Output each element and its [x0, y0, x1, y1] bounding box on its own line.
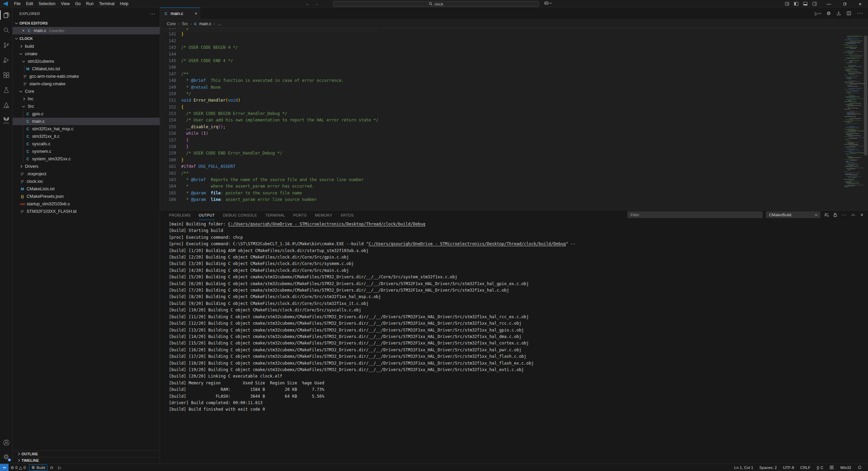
tree-item-system-stm32f1xx-c[interactable]: Csystem_stm32f1xx.c [13, 155, 160, 163]
grid-icon[interactable] [827, 464, 836, 471]
language-mode[interactable]: {} C [814, 464, 825, 471]
copilot-menu[interactable] [544, 1, 551, 5]
output-console[interactable]: [main] Building folder: C:/Users/gsourig… [160, 221, 868, 463]
menu-file[interactable]: File [11, 0, 23, 7]
menu-selection[interactable]: Selection [36, 0, 58, 7]
tree-item-syscalls-c[interactable]: Csyscalls.c [13, 140, 160, 148]
explorer-icon[interactable] [0, 8, 13, 23]
customize-layout-icon[interactable] [785, 1, 790, 6]
tree-item-inc[interactable]: Inc [13, 95, 160, 103]
panel-tab-memory[interactable]: MEMORY [315, 210, 332, 220]
toggle-sidebar-icon[interactable] [794, 1, 799, 6]
tree-item-src[interactable]: Src [13, 103, 160, 110]
sidebar-more-actions-icon[interactable]: ··· [150, 11, 156, 16]
notifications-bell-icon[interactable] [855, 464, 864, 471]
remote-indicator[interactable]: >< [0, 464, 9, 471]
breadcrumb-file[interactable]: main.c [199, 21, 211, 26]
tree-item-stm32cubemx[interactable]: stm32cubemx [13, 58, 160, 65]
encoding-status[interactable]: UTF-8 [781, 464, 796, 471]
indentation-status[interactable]: Spaces: 2 [757, 464, 779, 471]
tree-item-startup-stm32f103xb-s[interactable]: ASMstartup_stm32f103xb.s [13, 200, 160, 208]
breadcrumb-symbol[interactable]: … [217, 21, 221, 26]
tree-item-cmake[interactable]: cmake [13, 50, 160, 58]
settings-gear-icon[interactable]: ⚙ [0, 450, 13, 463]
toggle-panel-icon[interactable] [803, 1, 808, 6]
tree-item-build[interactable]: build [13, 43, 160, 50]
breadcrumb[interactable]: Core › Src › C main.c › … [160, 19, 868, 28]
tree-item-core[interactable]: Core [13, 88, 160, 95]
tree-item-stm32f1xx-hal-msp-c[interactable]: Cstm32f1xx_hal_msp.c [13, 125, 160, 133]
editor-settings-gear-icon[interactable]: ⚙ [826, 11, 831, 16]
minimap[interactable] [847, 36, 864, 188]
stm32-icon[interactable]: STM32 [0, 113, 13, 128]
output-channel-select[interactable]: CMake/Build [766, 211, 820, 218]
tree-item-starm-clang-cmake[interactable]: starm-clang.cmake [13, 80, 160, 88]
cmake-tools-icon[interactable] [0, 98, 13, 113]
run-or-debug-button[interactable]: ▷ [815, 11, 821, 16]
tree-item-cmakepresets-json[interactable]: {}CMakePresets.json [13, 193, 160, 200]
open-editor-item[interactable]: × C main.c Core\Src [13, 27, 160, 34]
menu-edit[interactable]: Edit [23, 0, 36, 7]
accounts-icon[interactable] [0, 435, 13, 450]
more-actions-icon[interactable]: ··· [857, 10, 863, 16]
panel-tab-ports[interactable]: PORTS [293, 210, 306, 220]
menu-go[interactable]: Go [72, 0, 83, 7]
close-window-button[interactable]: × [852, 0, 868, 8]
maximize-button[interactable] [837, 0, 852, 8]
tree-item-gpio-c[interactable]: Cgpio.c [13, 110, 160, 118]
close-panel-icon[interactable]: × [859, 212, 865, 218]
maximize-panel-icon[interactable] [850, 212, 856, 218]
timeline-section[interactable]: TIMELINE [13, 457, 160, 463]
tree-item-main-c[interactable]: Cmain.c [13, 118, 160, 125]
tree-item-cmakelists-txt[interactable]: MCMakeLists.txt [13, 65, 160, 73]
tree-item--mxproject[interactable]: .mxproject [13, 170, 160, 178]
menu-view[interactable]: View [58, 0, 72, 7]
panel-tab-xrtos[interactable]: XRTOS [341, 210, 354, 220]
tab-main-c[interactable]: C main.c × [160, 8, 200, 19]
platform-status[interactable]: Win32 [838, 464, 853, 471]
code-editor[interactable]: 140 }141}142143/* USER CODE BEGIN 4 */14… [160, 28, 868, 210]
run-and-debug-icon[interactable] [0, 53, 13, 68]
output-filter-input[interactable] [627, 211, 763, 218]
tree-item-gcc-arm-none-eabi-cmake[interactable]: gcc-arm-none-eabi.cmake [13, 73, 160, 80]
tree-item-clock-ioc[interactable]: clock.ioc [13, 178, 160, 185]
panel-tab-terminal[interactable]: TERMINAL [265, 210, 285, 220]
lock-scroll-icon[interactable] [833, 212, 838, 218]
tree-item-stm32f1xx-it-c[interactable]: Cstm32f1xx_it.c [13, 133, 160, 140]
output-path-link[interactable]: C:/Users/gsourigh/OneDrive - STMicroelec… [228, 222, 425, 226]
tree-item-sysmem-c[interactable]: Csysmem.c [13, 148, 160, 155]
close-tab-icon[interactable]: × [194, 11, 197, 16]
source-control-icon[interactable] [0, 38, 13, 53]
breadcrumb-core[interactable]: Core [167, 21, 176, 26]
minimize-button[interactable]: — [821, 0, 837, 8]
scrollbar-thumb[interactable] [864, 36, 867, 155]
tree-item-drivers[interactable]: Drivers [13, 163, 160, 170]
menu-run[interactable]: Run [83, 0, 96, 7]
output-path-link[interactable]: C:/Users/gsourigh/OneDrive - STMicroelec… [368, 241, 566, 246]
menu-help[interactable]: Help [117, 0, 131, 7]
install-build-icon[interactable] [836, 11, 841, 16]
eol-status[interactable]: CRLF [798, 464, 812, 471]
breadcrumb-src[interactable]: Src [182, 21, 188, 26]
debug-status-icon[interactable] [47, 464, 56, 471]
split-editor-icon[interactable] [847, 11, 851, 16]
editor-scrollbar[interactable] [863, 28, 868, 210]
panel-more-actions-icon[interactable]: ··· [841, 212, 847, 218]
run-status-icon[interactable]: ▷ [56, 464, 63, 471]
testing-icon[interactable] [0, 83, 13, 98]
tree-item-stm32f103xx-flash-ld[interactable]: STM32F103XX_FLASH.ld [13, 208, 160, 215]
back-arrow-icon[interactable]: ← [306, 1, 310, 6]
clear-output-icon[interactable] [824, 212, 829, 218]
tree-item-cmakelists-txt[interactable]: MCMakeLists.txt [13, 185, 160, 193]
search-sidebar-icon[interactable] [0, 23, 13, 38]
menu-terminal[interactable]: Terminal [96, 0, 117, 7]
outline-section[interactable]: OUTLINE [13, 451, 160, 457]
cursor-position[interactable]: Ln 1, Col 1 [732, 464, 755, 471]
forward-arrow-icon[interactable]: → [315, 1, 319, 6]
panel-tab-debug-console[interactable]: DEBUG CONSOLE [223, 210, 257, 220]
cmake-build-button[interactable]: ⚙ Build [29, 465, 47, 471]
command-center-search[interactable]: clock [333, 1, 539, 7]
toggle-secondary-sidebar-icon[interactable] [812, 1, 817, 6]
project-section[interactable]: CLOCK [13, 34, 160, 43]
panel-tab-problems[interactable]: PROBLEMS [169, 210, 191, 220]
